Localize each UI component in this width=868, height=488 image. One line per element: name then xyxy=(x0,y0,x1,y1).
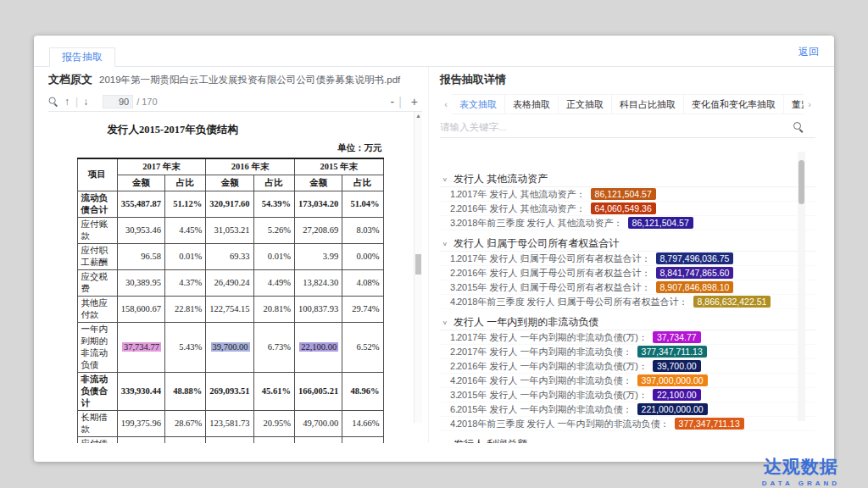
item-label: 2018年前三季度 发行人 归属于母公司所有者权益合计： xyxy=(457,295,688,309)
logo-english: DATA GRAND xyxy=(762,480,840,487)
cell-value: 158,600.67 xyxy=(117,296,164,322)
col-sub: 占比 xyxy=(164,175,205,191)
item-label: 2017年 发行人 一年内到期的非流动负债(万)： xyxy=(457,330,648,345)
value-badge[interactable]: 8,797,496,036.75 xyxy=(656,252,734,264)
item-number: 4. xyxy=(440,374,457,388)
pdf-header: 文档原文 2019年第一期贵阳白云工业发展投资有限公司公司债券募集说明书.pdf xyxy=(48,67,422,92)
cell-value: 6.73% xyxy=(253,322,294,372)
row-name: 其他应付款 xyxy=(77,296,117,322)
row-name: 流动负债合计 xyxy=(77,191,117,217)
section-header[interactable]: ∨发行人 归属于母公司所有者权益合计 xyxy=(440,235,815,252)
cell-value: 6.52% xyxy=(342,322,383,372)
tab-report-extraction[interactable]: 报告抽取 xyxy=(49,47,115,67)
row-name: 应付债券 xyxy=(77,436,117,443)
chevron-down-icon: ∨ xyxy=(441,174,453,186)
item-label: 2015年 发行人 归属于母公司所有者权益合计： xyxy=(457,280,651,295)
detail-tab[interactable]: 表格抽取 xyxy=(504,94,559,114)
value-badge[interactable]: 39,700.00 xyxy=(653,360,701,372)
tabs-next-icon[interactable]: › xyxy=(804,99,815,109)
extraction-item: 3.2018年前三季度 发行人 其他流动资产：86,121,504.57 xyxy=(440,216,815,230)
value-badge[interactable]: 8,841,747,865.60 xyxy=(656,267,734,279)
highlighted-value: 39,700.00 xyxy=(211,342,250,352)
cell-value: 13,824.30 xyxy=(294,269,342,296)
back-button[interactable]: 返回 xyxy=(798,45,819,59)
pdf-search-icon[interactable] xyxy=(48,97,58,107)
col-sub: 占比 xyxy=(253,175,294,191)
pdf-scrollbar-thumb[interactable] xyxy=(415,254,421,274)
detail-scrollbar[interactable] xyxy=(798,152,805,421)
value-badge[interactable]: 86,121,504.57 xyxy=(591,188,656,200)
pdf-page: 发行人2015-2017年负债结构 单位：万元 项目2017 年末2016 年末… xyxy=(48,112,412,443)
scroll-up-icon[interactable]: ▲ xyxy=(415,112,422,120)
value-badge[interactable]: 8,866,632,422.51 xyxy=(693,296,771,308)
page-up-button[interactable]: ↑ xyxy=(64,96,70,108)
detail-tab[interactable]: 变化值和变化率抽取 xyxy=(683,94,784,114)
extraction-sections: ∨发行人 其他流动资产1.2017年 发行人 其他流动资产：86,121,504… xyxy=(440,170,815,443)
keyword-search-input[interactable] xyxy=(440,119,793,136)
detail-panel: 报告抽取详情 ‹ 表文抽取表格抽取正文抽取科目占比抽取变化值和变化率抽取董监高年… xyxy=(428,67,815,443)
item-number: 1. xyxy=(440,252,457,266)
doc-source-label: 文档原文 xyxy=(48,72,92,87)
item-number: 2. xyxy=(440,359,457,374)
col-year: 2015 年末 xyxy=(294,158,383,175)
detail-scrollbar-thumb[interactable] xyxy=(798,160,804,204)
item-number: 2. xyxy=(440,345,457,359)
cell-value: 29.74% xyxy=(342,296,383,322)
cell-value: 123,581.73 xyxy=(206,410,253,436)
cell-value: 99,313.91 xyxy=(206,436,253,443)
cell-value: 22.81% xyxy=(164,296,205,322)
zoom-divider: | xyxy=(398,95,402,108)
table-row: 应付账款30,953.464.45%31,053.215.26%27,208.6… xyxy=(77,217,383,243)
cell-value: 26,490.24 xyxy=(206,269,253,296)
value-badge[interactable]: 37,734.77 xyxy=(653,331,701,343)
value-badge[interactable]: 397,000,000.00 xyxy=(637,374,708,386)
value-badge[interactable]: 64,060,549.36 xyxy=(591,202,656,214)
item-label: 2018年前三季度 发行人 一年内到期的非流动负债： xyxy=(457,417,670,431)
cell-value: 355,487.87 xyxy=(117,191,164,217)
section-header[interactable]: ∨发行人 一年内到期的非流动负债 xyxy=(440,313,815,330)
section-header[interactable]: >发行人 利润总额 xyxy=(440,435,815,443)
chevron-down-icon: ∨ xyxy=(441,238,453,250)
cell-value: 199,375.96 xyxy=(117,410,164,436)
cell-value: 5.26% xyxy=(253,217,294,243)
extraction-item: 3.2015年 发行人 一年内到期的非流动负债(万)：22,100.00 xyxy=(440,388,815,402)
detail-tab[interactable]: 董监高年龄抽取 xyxy=(783,94,804,114)
cell-value: 79,512.74 xyxy=(117,436,164,443)
value-badge[interactable]: 377,347,711.13 xyxy=(675,418,744,430)
value-badge[interactable]: 377,347,711.13 xyxy=(637,346,707,358)
cell-value: 4.37% xyxy=(164,269,205,296)
page-down-button[interactable]: ↓ xyxy=(83,96,88,108)
col-sub: 占比 xyxy=(342,175,383,191)
cell-value: 30,953.46 xyxy=(117,217,164,243)
cell-value: 166,005.21 xyxy=(294,372,342,410)
extraction-section: >发行人 利润总额 xyxy=(440,435,815,443)
cell-value: 69.33 xyxy=(206,243,253,269)
value-badge[interactable]: 22,100.00 xyxy=(653,389,701,401)
tabs-prev-icon[interactable]: ‹ xyxy=(440,99,452,109)
item-label: 2016年 发行人 其他流动资产： xyxy=(457,202,586,216)
col-sub: 金额 xyxy=(294,175,342,191)
extraction-item: 1.2017年 发行人 其他流动资产：86,121,504.57 xyxy=(440,187,815,202)
cell-value: 0.01% xyxy=(164,243,205,269)
page-number-input[interactable] xyxy=(103,95,133,108)
cell-value: 11.43% xyxy=(164,436,205,443)
pdf-scrollbar[interactable]: ▲ xyxy=(414,112,422,423)
chevron-down-icon: ∨ xyxy=(441,317,453,329)
cell-value: 8.03% xyxy=(342,217,383,243)
cell-value: 0.00% xyxy=(342,243,383,269)
extraction-section: ∨发行人 一年内到期的非流动负债1.2017年 发行人 一年内到期的非流动负债(… xyxy=(440,313,815,431)
chevron-right-icon: > xyxy=(441,439,453,443)
value-badge[interactable]: 221,000,000.00 xyxy=(637,403,708,415)
liability-table-body: 流动负债合计355,487.8751.12%320,917.6054.39%17… xyxy=(77,191,383,443)
detail-title: 报告抽取详情 xyxy=(440,67,815,92)
detail-tab[interactable]: 正文抽取 xyxy=(558,94,612,114)
value-badge[interactable]: 8,907,846,898.10 xyxy=(656,281,734,293)
row-name: 一年内到期的非流动负债 xyxy=(77,322,117,372)
detail-tab[interactable]: 科目占比抽取 xyxy=(611,94,684,114)
value-badge[interactable]: 86,121,504.57 xyxy=(628,217,693,229)
zoom-out-button[interactable]: - xyxy=(391,95,395,108)
zoom-in-button[interactable]: + xyxy=(411,95,418,108)
search-icon[interactable] xyxy=(793,122,804,132)
detail-tab[interactable]: 表文抽取 xyxy=(452,94,505,114)
section-header[interactable]: ∨发行人 其他流动资产 xyxy=(440,170,815,187)
